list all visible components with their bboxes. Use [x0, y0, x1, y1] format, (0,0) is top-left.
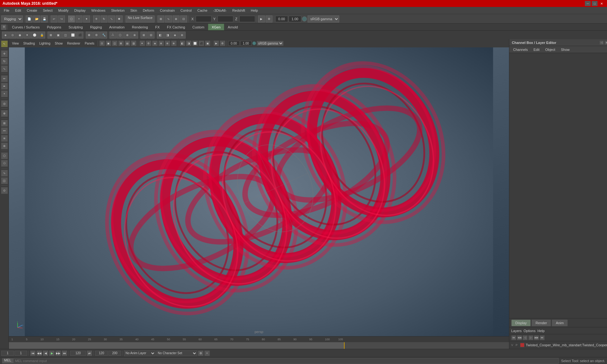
icon-tb-18[interactable]: ⊗	[131, 32, 138, 39]
vp-gamma-input1[interactable]	[240, 41, 252, 46]
show-manipulator-btn[interactable]: ⊕	[1, 110, 8, 117]
snap-view-btn[interactable]: ⊡	[180, 15, 187, 22]
menu-file[interactable]: File	[1, 7, 12, 14]
menu-windows[interactable]: Windows	[89, 7, 108, 14]
vp-lighting-btn[interactable]: Lighting	[37, 41, 52, 46]
y-input[interactable]	[218, 16, 233, 22]
menu-constrain[interactable]: Constrain	[157, 7, 177, 14]
icon-tb-8[interactable]: ▣	[55, 32, 62, 39]
layer-ctrl-6[interactable]: ⏭	[540, 335, 545, 340]
vp-tb9[interactable]: ◈	[152, 40, 158, 46]
timeline-scrubber[interactable]	[9, 342, 509, 349]
module-xgen[interactable]: XGen	[208, 24, 224, 30]
module-rendering[interactable]: Rendering	[128, 24, 151, 30]
layer-ctrl-4[interactable]: ▷	[528, 335, 533, 340]
vp-tb11[interactable]: ⊗	[165, 40, 170, 46]
icon-tb-21[interactable]: ◧	[157, 32, 164, 39]
ipr-btn[interactable]: ⚙	[266, 15, 273, 22]
lattice-btn[interactable]: ⊞	[1, 120, 8, 127]
char-set-add[interactable]: +	[204, 350, 210, 356]
options-btn[interactable]: Options	[524, 329, 536, 333]
lasso-tool-btn[interactable]: ⚬	[76, 15, 83, 22]
snap-curve-btn[interactable]: ∿	[165, 15, 172, 22]
layer-ctrl-5[interactable]: ▶▶	[534, 335, 539, 340]
pb-next-key[interactable]: ⏭	[62, 350, 67, 356]
menu-create[interactable]: Create	[24, 7, 40, 14]
layer-color-swatch[interactable]	[520, 343, 524, 347]
icon-tb-6[interactable]: 🔒	[38, 32, 45, 39]
vp-show-btn[interactable]: Show	[53, 41, 64, 46]
vp-tb4[interactable]: ⊠	[118, 40, 124, 46]
open-scene-btn[interactable]: 📂	[33, 15, 40, 22]
frame-start-input[interactable]	[1, 351, 14, 356]
z-input[interactable]	[239, 16, 255, 22]
icon-tb-14[interactable]: 🔧	[100, 32, 107, 39]
tab-anim[interactable]: Anim	[552, 319, 568, 326]
icon-tb-15[interactable]: ⧊	[109, 32, 116, 39]
layer-name-1[interactable]: Twisted_Cooper_Wire_mb_standart:Twisted_…	[526, 343, 607, 347]
paint-select-btn[interactable]: ✦	[83, 15, 90, 22]
help-btn[interactable]: Help	[537, 329, 545, 333]
icon-tb-2[interactable]: ⊙	[9, 32, 16, 39]
save-scene-btn[interactable]: 💾	[41, 15, 48, 22]
icon-tb-12[interactable]: ✿	[86, 32, 93, 39]
scale-tool-btn[interactable]: ⤡	[108, 15, 115, 22]
snap-grid-btn[interactable]: ⊞	[157, 15, 164, 22]
undo-btn[interactable]: ↩	[51, 15, 58, 22]
minimize-button[interactable]: ─	[585, 1, 591, 6]
menu-display[interactable]: Display	[72, 7, 88, 14]
gamma-input-1[interactable]	[289, 16, 301, 22]
tab-display[interactable]: Display	[511, 319, 531, 326]
render-btn[interactable]: ▶	[258, 15, 265, 22]
vp-renderer-btn[interactable]: Renderer	[65, 41, 82, 46]
wire-btn[interactable]: ⚯	[1, 127, 8, 134]
layer-ctrl-1[interactable]: ⏮	[511, 335, 516, 340]
menu-cache[interactable]: Cache	[195, 7, 210, 14]
redo-btn[interactable]: ↪	[58, 15, 65, 22]
vp-tb7[interactable]: ✦	[139, 40, 145, 46]
mel-btn[interactable]: MEL	[2, 358, 14, 364]
character-set-select[interactable]: No Character Set	[156, 350, 197, 356]
play-start-input[interactable]	[15, 351, 27, 356]
no-live-surface-btn[interactable]: No Live Surface	[126, 15, 155, 22]
sculpt-btn[interactable]: ⚬	[1, 90, 8, 97]
snap-point-btn[interactable]: ⊕	[173, 15, 180, 22]
module-icon-btn[interactable]: ☰	[1, 25, 6, 30]
workspace-dropdown[interactable]: Rigging	[1, 15, 23, 22]
icon-tb-10[interactable]: ⬜	[69, 32, 76, 39]
tab-edit[interactable]: Edit	[531, 47, 542, 52]
joint-btn[interactable]: ⬡	[1, 152, 8, 159]
frame-end-input[interactable]	[108, 351, 121, 356]
new-scene-btn[interactable]: 📄	[26, 15, 33, 22]
maximize-button[interactable]: □	[592, 1, 598, 6]
vp-gamma-input0[interactable]	[228, 41, 240, 46]
vp-tb10[interactable]: ⊕	[158, 40, 164, 46]
soft-mod-btn[interactable]: ◎	[1, 100, 8, 107]
icon-tb-11[interactable]: ⬛	[77, 32, 83, 39]
ik-btn[interactable]: ⚇	[1, 160, 8, 167]
wrinkle-btn[interactable]: ≋	[1, 135, 8, 142]
module-rigging[interactable]: Rigging	[87, 24, 105, 30]
pb-loop-btn[interactable]: ⇄	[87, 350, 92, 356]
module-fx[interactable]: FX	[152, 24, 163, 30]
move-tool-btn[interactable]: ✛	[93, 15, 100, 22]
paint-btn[interactable]: ✏	[1, 75, 8, 82]
vp-tb13[interactable]: ◧	[180, 40, 185, 46]
module-custom[interactable]: Custom	[189, 24, 208, 30]
current-frame-input[interactable]	[70, 351, 86, 356]
sketch-btn[interactable]: ✒	[1, 83, 8, 90]
icon-tb-23[interactable]: ◈	[171, 32, 178, 39]
char-set-icon[interactable]: ⚙	[198, 350, 204, 356]
icon-tb-17[interactable]: ⊕	[124, 32, 131, 39]
select-tool-btn[interactable]: ⬡	[68, 15, 75, 22]
vp-shading-btn[interactable]: Shading	[21, 41, 37, 46]
icon-tb-16[interactable]: ⬡	[117, 32, 124, 39]
icon-tb-5[interactable]: ⚪	[31, 32, 38, 39]
pb-back[interactable]: ◀	[43, 350, 48, 356]
module-sculpting[interactable]: Sculpting	[65, 24, 86, 30]
tab-object[interactable]: Object	[543, 47, 558, 52]
menu-help[interactable]: Help	[248, 7, 261, 14]
vp-tb5[interactable]: ▤	[125, 40, 130, 46]
layer-ctrl-2[interactable]: ◀◀	[517, 335, 522, 340]
pb-prev-frame[interactable]: ◀◀	[36, 350, 42, 356]
